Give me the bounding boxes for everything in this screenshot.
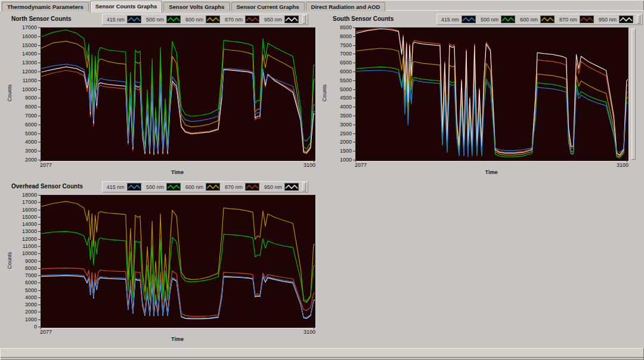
y-tick-label: 9000 [13,95,37,101]
y-tick-label: 4000 [13,294,37,300]
y-tick-label: 2000 [328,139,352,145]
chart-panel-north: North Sensor Counts 415 nm500 nm600 nm87… [5,13,323,181]
legend-item-415nm[interactable]: 415 nm [104,182,144,191]
y-tick-mark [353,107,355,107]
y-tick-label: 17000 [13,24,37,30]
y-tick-label: 11000 [13,77,37,83]
tab-sensor-volts-graphs[interactable]: Sensor Volts Graphs [163,2,230,11]
plot-legend: 415 nm500 nm600 nm870 nm950 nm [102,14,308,25]
y-tick-mark [38,36,41,37]
y-tick-mark [353,125,355,125]
y-tick-mark [38,202,41,203]
y-tick-label: 10000 [13,86,37,92]
y-tick-label: 12000 [13,236,37,242]
x-tick-mark [41,327,41,329]
series-line-950nm [41,275,315,319]
legend-scrollbar[interactable] [302,182,306,191]
x-tick-label: 2077 [40,162,55,168]
chart-title: Overhead Sensor Counts [11,183,83,190]
tab-thermodynamic-parameters[interactable]: Thermodynamic Parameters [2,2,89,11]
y-tick-mark [38,253,41,254]
y-tick-mark [38,89,41,90]
y-tick-mark [38,246,41,247]
legend-line-sample-icon [127,183,141,191]
y-tick-mark [38,98,41,98]
y-tick-label: 15000 [13,214,37,220]
y-tick-label: 3000 [13,148,37,154]
y-tick-label: 8000 [328,33,352,39]
legend-item-415nm[interactable]: 415 nm [104,15,144,24]
y-tick-label: 4000 [13,139,37,145]
legend-line-sample-icon [166,183,181,191]
y-tick-mark [38,125,41,125]
legend-item-870nm[interactable]: 870 nm [222,182,262,191]
y-tick-label: 17000 [13,199,37,205]
y-tick-mark [353,54,355,54]
graph-plot-area [41,27,315,161]
y-tick-label: 6000 [13,122,37,128]
y-tick-mark [353,72,355,72]
legend-item-870nm[interactable]: 870 nm [557,15,596,24]
y-tick-mark [353,116,355,116]
y-tick-label: 4000 [328,104,352,110]
y-tick-mark [353,45,355,46]
legend-scrollbar[interactable] [637,15,640,24]
x-axis-title: Time [41,169,314,175]
y-tick-label: 13000 [13,60,37,66]
plot-legend: 415 nm500 nm600 nm870 nm950 nm [102,181,308,193]
x-tick-mark [314,160,314,162]
x-tick-mark [627,160,627,162]
legend-label: 415 nm [107,184,125,190]
y-tick-label: 8000 [13,104,37,110]
tab-bar: Thermodynamic ParametersSensor Counts Gr… [2,2,386,11]
y-tick-label: 7500 [328,42,352,48]
legend-item-500nm[interactable]: 500 nm [144,15,183,24]
legend-label: 415 nm [107,17,125,23]
legend-scrollbar[interactable] [302,15,306,24]
legend-line-sample-icon [245,183,259,191]
y-tick-label: 16000 [13,207,37,213]
y-tick-mark [38,142,41,142]
y-tick-label: 3500 [328,113,352,119]
legend-line-sample-icon [540,15,555,23]
legend-label: 950 nm [599,17,617,23]
x-axis-title: Time [41,336,314,342]
legend-item-600nm[interactable]: 600 nm [183,15,222,24]
legend-item-950nm[interactable]: 950 nm [596,15,636,24]
tab-direct-radiation-and-aod[interactable]: Direct Radiation and AOD [306,2,386,11]
y-tick-mark [38,107,41,107]
legend-item-600nm[interactable]: 600 nm [183,182,222,191]
legend-item-600nm[interactable]: 600 nm [518,15,557,24]
legend-item-500nm[interactable]: 500 nm [478,15,518,24]
y-tick-mark [38,134,41,134]
legend-item-950nm[interactable]: 950 nm [262,15,301,24]
graph-side-scrollbar[interactable] [631,29,636,160]
legend-label: 870 nm [559,17,577,23]
legend-item-870nm[interactable]: 870 nm [222,15,262,24]
y-tick-mark [353,80,355,81]
tab-sensor-counts-graphs[interactable]: Sensor Counts Graphs [90,1,162,13]
y-tick-mark [38,116,41,116]
y-tick-label: 1000 [13,316,37,322]
y-tick-mark [353,63,355,63]
legend-line-sample-icon [166,15,181,23]
y-tick-label: 15000 [13,42,37,48]
y-tick-mark [353,89,355,90]
y-tick-mark [38,283,41,283]
graph-plot-area [41,195,315,328]
chart-panel-overhead: Overhead Sensor Counts 415 nm500 nm600 n… [5,181,323,349]
y-tick-mark [353,98,355,98]
tab-sensor-current-graphs[interactable]: Sensor Current Graphs [231,2,305,11]
y-tick-label: 3000 [13,302,37,308]
legend-line-sample-icon [619,15,633,23]
y-tick-label: 7000 [328,51,352,57]
y-tick-mark [353,151,355,151]
legend-item-415nm[interactable]: 415 nm [439,15,478,24]
legend-item-500nm[interactable]: 500 nm [144,182,183,191]
legend-label: 415 nm [441,17,459,23]
legend-item-950nm[interactable]: 950 nm [262,182,301,191]
y-tick-mark [353,134,355,134]
y-tick-label: 8500 [328,24,352,30]
x-tick-label: 3100 [613,162,628,168]
y-tick-mark [38,312,41,312]
